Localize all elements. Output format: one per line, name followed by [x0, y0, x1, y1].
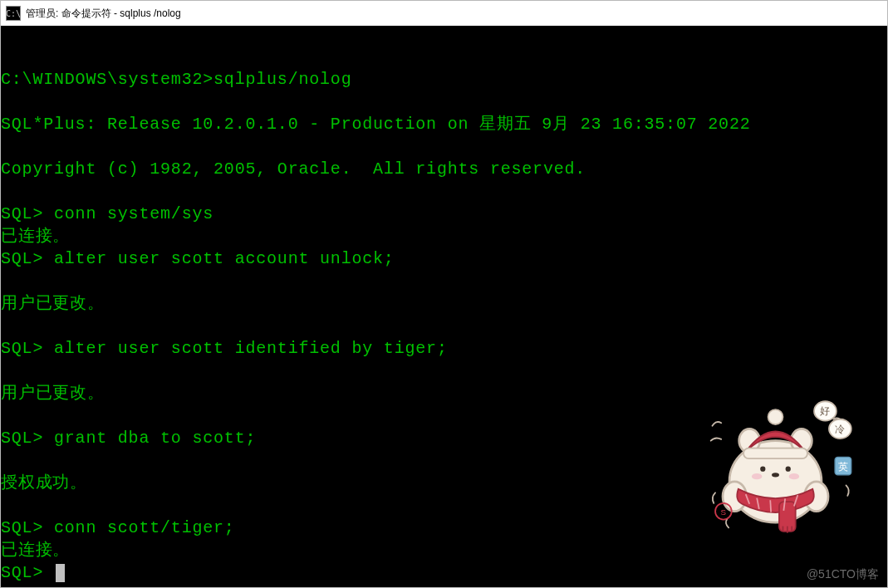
- window-title: 管理员: 命令提示符 - sqlplus /nolog: [26, 7, 181, 21]
- window-frame: C:\ 管理员: 命令提示符 - sqlplus /nolog C:\WINDO…: [0, 0, 888, 588]
- cmd-icon: C:\: [6, 6, 21, 21]
- terminal-area[interactable]: C:\WINDOWS\system32>sqlplus/nolog SQL*Pl…: [1, 26, 887, 587]
- terminal-output: C:\WINDOWS\system32>sqlplus/nolog SQL*Pl…: [1, 46, 887, 584]
- terminal-cursor: [56, 564, 65, 582]
- titlebar[interactable]: C:\ 管理员: 命令提示符 - sqlplus /nolog: [1, 1, 887, 26]
